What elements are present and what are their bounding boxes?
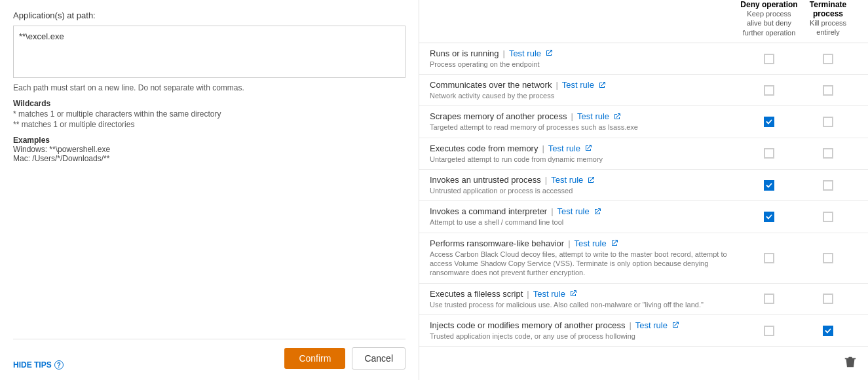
deny-title: Deny operation [740,0,797,9]
behavior-title-executes-fileless-script: Executes a fileless script [430,289,523,299]
separator-performs-ransomware: | [568,238,570,248]
behavior-desc-executes-code-from-memory: Untargeted attempt to run code from dyna… [430,155,740,164]
external-link-icon-executes-code-from-memory [584,144,592,152]
hide-tips-link[interactable]: HIDE TIPS ? [13,360,64,370]
wildcards-section: Wildcards * matches 1 or multiple charac… [13,99,406,130]
example-line-2: Mac: /Users/*/Downloads/** [13,154,406,163]
external-link-icon-invokes-command-interpreter [594,208,601,216]
column-headers: Deny operation Keep process alive but de… [419,0,868,43]
behavior-row-executes-fileless-script: Executes a fileless script|Test ruleUse … [419,284,868,315]
behavior-row-invokes-command-interpreter: Invokes a command interpreter|Test ruleA… [419,201,868,233]
terminate-checkbox-executes-code-from-memory[interactable] [799,148,858,159]
wildcards-title: Wildcards [13,99,406,108]
external-link-icon-invokes-untrusted-process [587,176,595,184]
test-rule-link-invokes-command-interpreter[interactable]: Test rule [557,206,590,216]
external-link-icon-executes-fileless-script [569,290,577,297]
external-link-icon-injects-code [671,321,679,329]
behavior-info-scrapes-memory: Scrapes memory of another process|Test r… [430,111,740,132]
behavior-info-communicates-over-network: Communicates over the network|Test ruleN… [430,80,740,100]
separator-executes-code-from-memory: | [542,143,544,153]
terminate-title: Terminate process [799,0,858,18]
test-rule-link-runs-or-is-running[interactable]: Test rule [509,48,541,58]
external-link-icon-runs-or-is-running [545,49,553,57]
terminate-checkbox-communicates-over-network[interactable] [799,85,858,96]
deny-checkbox-runs-or-is-running[interactable] [740,54,799,64]
separator-scrapes-memory: | [571,111,573,121]
behavior-desc-runs-or-is-running: Process operating on the endpoint [430,60,740,69]
behavior-desc-injects-code: Trusted application injects code, or any… [430,332,740,341]
terminate-checkbox-scrapes-memory[interactable] [799,117,858,127]
terminate-checkbox-performs-ransomware[interactable] [799,253,858,263]
behavior-info-injects-code: Injects code or modifies memory of anoth… [430,320,740,341]
behavior-info-performs-ransomware: Performs ransomware-like behavior|Test r… [430,238,740,278]
wildcard-line-2: ** matches 1 or multiple directories [13,120,406,129]
behavior-title-invokes-command-interpreter: Invokes a command interpreter [430,206,547,216]
terminate-checkbox-executes-fileless-script[interactable] [799,294,858,304]
example-line-1: Windows: **\powershell.exe [13,145,406,154]
behavior-row-injects-code: Injects code or modifies memory of anoth… [419,315,868,347]
deny-checkbox-performs-ransomware[interactable] [740,253,799,263]
test-rule-link-injects-code[interactable]: Test rule [635,320,668,330]
cancel-button[interactable]: Cancel [352,347,406,370]
separator-invokes-untrusted-process: | [545,175,547,185]
behavior-info-executes-fileless-script: Executes a fileless script|Test ruleUse … [430,289,740,309]
behavior-desc-invokes-untrusted-process: Untrusted application or process is acce… [430,186,740,195]
test-rule-link-invokes-untrusted-process[interactable]: Test rule [551,175,583,185]
behavior-desc-executes-fileless-script: Use trusted process for malicious use. A… [430,300,740,309]
behavior-row-communicates-over-network: Communicates over the network|Test ruleN… [419,75,868,106]
deny-checkbox-invokes-command-interpreter[interactable] [740,212,799,222]
path-label: Application(s) at path: [13,10,406,20]
examples-section: Examples Windows: **\powershell.exe Mac:… [13,136,406,163]
behavior-title-executes-code-from-memory: Executes code from memory [430,143,538,153]
behavior-desc-scrapes-memory: Targeted attempt to read memory of proce… [430,123,740,132]
behavior-title-runs-or-is-running: Runs or is running [430,48,499,58]
behavior-row-invokes-untrusted-process: Invokes an untrusted process|Test ruleUn… [419,170,868,201]
behavior-row-scrapes-memory: Scrapes memory of another process|Test r… [419,106,868,138]
external-link-icon-communicates-over-network [598,81,606,89]
separator-runs-or-is-running: | [503,48,505,58]
behavior-title-invokes-untrusted-process: Invokes an untrusted process [430,175,541,185]
help-icon: ? [54,360,64,370]
confirm-button[interactable]: Confirm [284,348,345,369]
behavior-title-injects-code: Injects code or modifies memory of anoth… [430,320,625,330]
terminate-checkbox-runs-or-is-running[interactable] [799,54,858,64]
test-rule-link-communicates-over-network[interactable]: Test rule [562,80,594,90]
deny-checkbox-executes-fileless-script[interactable] [740,294,799,304]
deny-checkbox-injects-code[interactable] [740,326,799,336]
test-rule-link-scrapes-memory[interactable]: Test rule [577,111,609,121]
external-link-icon-performs-ransomware [611,239,618,247]
examples-title: Examples [13,136,406,145]
behavior-desc-communicates-over-network: Network activity caused by the process [430,91,740,100]
behavior-desc-invokes-command-interpreter: Attempt to use a shell / command line to… [430,218,740,227]
separator-executes-fileless-script: | [527,289,529,299]
left-panel: Application(s) at path: Each path must s… [0,0,419,380]
behavior-title-scrapes-memory: Scrapes memory of another process [430,111,567,121]
test-rule-link-executes-fileless-script[interactable]: Test rule [533,289,565,299]
behavior-row-runs-or-is-running: Runs or is running|Test ruleProcess oper… [419,43,868,75]
behavior-info-executes-code-from-memory: Executes code from memory|Test ruleUntar… [430,143,740,164]
behavior-info-invokes-command-interpreter: Invokes a command interpreter|Test ruleA… [430,206,740,227]
terminate-checkbox-injects-code[interactable] [799,326,858,336]
behavior-title-communicates-over-network: Communicates over the network [430,80,552,90]
separator-injects-code: | [629,320,631,330]
terminate-checkbox-invokes-command-interpreter[interactable] [799,212,858,222]
separator-invokes-command-interpreter: | [551,206,553,216]
delete-button[interactable] [843,354,858,371]
deny-checkbox-scrapes-memory[interactable] [740,117,799,127]
deny-checkbox-communicates-over-network[interactable] [740,85,799,96]
deny-subtitle: Keep process alive but deny further oper… [740,9,799,37]
path-hint: Each path must start on a new line. Do n… [13,83,406,92]
deny-checkbox-executes-code-from-memory[interactable] [740,148,799,159]
behavior-desc-performs-ransomware: Access Carbon Black Cloud decoy files, a… [430,250,740,278]
terminate-subtitle: Kill process entirely [799,18,858,37]
terminate-checkbox-invokes-untrusted-process[interactable] [799,180,858,191]
behavior-info-runs-or-is-running: Runs or is running|Test ruleProcess oper… [430,48,740,69]
external-link-icon-scrapes-memory [613,113,621,121]
test-rule-link-performs-ransomware[interactable]: Test rule [575,238,607,248]
terminate-process-header: Terminate process Kill process entirely [799,0,858,37]
path-input[interactable] [13,26,406,78]
wildcard-line-1: * matches 1 or multiple characters withi… [13,109,406,119]
behaviors-list: Runs or is running|Test ruleProcess oper… [419,43,868,347]
deny-checkbox-invokes-untrusted-process[interactable] [740,180,799,191]
test-rule-link-executes-code-from-memory[interactable]: Test rule [548,143,580,153]
